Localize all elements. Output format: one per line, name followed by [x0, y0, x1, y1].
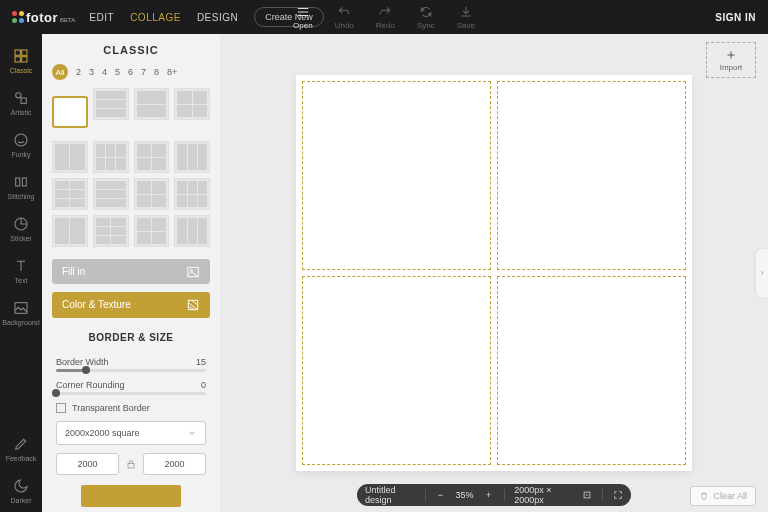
- template-item[interactable]: [174, 215, 210, 247]
- chevron-down-icon: [187, 428, 197, 438]
- rail-classic[interactable]: Classic: [0, 40, 42, 82]
- border-width-value: 15: [196, 357, 206, 367]
- count-3[interactable]: 3: [89, 67, 94, 77]
- text-icon: [13, 258, 29, 274]
- redo-button[interactable]: Redo: [376, 5, 395, 30]
- rail-background[interactable]: Background: [0, 292, 42, 334]
- panel-title: CLASSIC: [42, 34, 220, 64]
- signin-button[interactable]: SIGN IN: [715, 12, 756, 23]
- redo-icon: [378, 5, 392, 19]
- nav-edit[interactable]: EDIT: [89, 12, 114, 23]
- smile-icon: [13, 132, 29, 148]
- svg-rect-14: [128, 463, 134, 468]
- undo-icon: [337, 5, 351, 19]
- rail-stitching[interactable]: Stitching: [0, 166, 42, 208]
- count-all[interactable]: All: [52, 64, 68, 80]
- texture-icon: [186, 298, 200, 312]
- canvas-dims: 2000px × 2000px: [514, 485, 572, 505]
- template-item[interactable]: [134, 141, 170, 173]
- template-item[interactable]: [134, 88, 170, 120]
- artboard[interactable]: [296, 75, 692, 471]
- corner-rounding-slider[interactable]: [56, 392, 206, 395]
- top-bar: fotor BETA EDIT COLLAGE DESIGN Create Ne…: [0, 0, 768, 34]
- count-7[interactable]: 7: [141, 67, 146, 77]
- image-icon: [186, 265, 200, 279]
- template-item[interactable]: [52, 96, 88, 128]
- border-width-label: Border Width: [56, 357, 109, 367]
- template-item[interactable]: [174, 178, 210, 210]
- template-item[interactable]: [52, 215, 88, 247]
- count-5[interactable]: 5: [115, 67, 120, 77]
- template-item[interactable]: [52, 141, 88, 173]
- expand-handle[interactable]: [756, 249, 768, 297]
- collage-cell[interactable]: [497, 81, 686, 270]
- fillin-button[interactable]: Fill in: [52, 259, 210, 284]
- svg-rect-10: [15, 303, 27, 314]
- rail-feedback[interactable]: Feedback: [0, 428, 42, 470]
- corner-rounding-value: 0: [201, 380, 206, 390]
- count-6[interactable]: 6: [128, 67, 133, 77]
- count-8plus[interactable]: 8+: [167, 67, 177, 77]
- rail-funky[interactable]: Funky: [0, 124, 42, 166]
- stitch-icon: [13, 174, 29, 190]
- main-nav: EDIT COLLAGE DESIGN: [89, 12, 238, 23]
- svg-rect-8: [22, 178, 26, 186]
- corner-rounding-label: Corner Rounding: [56, 380, 125, 390]
- save-button[interactable]: Save: [457, 5, 475, 30]
- download-icon: [459, 5, 473, 19]
- apply-button[interactable]: [81, 485, 181, 507]
- import-button[interactable]: Import: [706, 42, 756, 78]
- template-item[interactable]: [134, 178, 170, 210]
- template-item[interactable]: [174, 88, 210, 120]
- checkbox-icon: [56, 403, 66, 413]
- size-preset-select[interactable]: 2000x2000 square: [56, 421, 206, 445]
- color-texture-button[interactable]: Color & Texture: [52, 292, 210, 317]
- nav-design[interactable]: DESIGN: [197, 12, 238, 23]
- collage-cell[interactable]: [302, 81, 491, 270]
- sync-icon: [419, 5, 433, 19]
- count-8[interactable]: 8: [154, 67, 159, 77]
- width-input[interactable]: 2000: [56, 453, 119, 475]
- design-title[interactable]: Untitled design: [365, 485, 415, 505]
- count-4[interactable]: 4: [102, 67, 107, 77]
- fit-icon[interactable]: [582, 489, 592, 501]
- template-item[interactable]: [93, 141, 129, 173]
- grid-icon: [13, 48, 29, 64]
- top-actions: Open Undo Redo Sync Save: [293, 5, 475, 30]
- logo[interactable]: fotor BETA: [12, 10, 75, 25]
- template-item[interactable]: [174, 141, 210, 173]
- panel-content: Border Width15 Corner Rounding0 Transpar…: [42, 349, 220, 512]
- open-button[interactable]: Open: [293, 5, 313, 30]
- nav-collage[interactable]: COLLAGE: [130, 12, 181, 23]
- sync-button[interactable]: Sync: [417, 5, 435, 30]
- rail-artistic[interactable]: Artistic: [0, 82, 42, 124]
- rail-darker[interactable]: Darker: [0, 470, 42, 512]
- clear-all-button[interactable]: Clear All: [690, 486, 756, 506]
- height-input[interactable]: 2000: [143, 453, 206, 475]
- template-item[interactable]: [93, 178, 129, 210]
- count-2[interactable]: 2: [76, 67, 81, 77]
- template-item[interactable]: [52, 178, 88, 210]
- zoom-out-button[interactable]: −: [435, 489, 445, 501]
- fullscreen-icon[interactable]: [613, 489, 623, 501]
- template-item[interactable]: [93, 88, 129, 120]
- rail-sticker[interactable]: Sticker: [0, 208, 42, 250]
- template-item[interactable]: [93, 215, 129, 247]
- chevron-right-icon: [758, 269, 766, 277]
- collage-cell[interactable]: [497, 276, 686, 465]
- lock-icon[interactable]: [125, 458, 137, 470]
- template-item[interactable]: [134, 215, 170, 247]
- transparent-border-checkbox[interactable]: Transparent Border: [56, 403, 206, 413]
- collage-cell[interactable]: [302, 276, 491, 465]
- zoom-value: 35%: [455, 490, 473, 500]
- undo-button[interactable]: Undo: [335, 5, 354, 30]
- svg-rect-0: [15, 50, 20, 55]
- shapes-icon: [13, 90, 29, 106]
- plus-icon: [725, 49, 737, 61]
- zoom-in-button[interactable]: +: [484, 489, 494, 501]
- status-bar: Untitled design − 35% + 2000px × 2000px: [357, 484, 631, 506]
- image-icon: [13, 300, 29, 316]
- rail-text[interactable]: Text: [0, 250, 42, 292]
- canvas-area: Import Clear All Untitled design − 35% +…: [220, 34, 768, 512]
- border-width-slider[interactable]: [56, 369, 206, 372]
